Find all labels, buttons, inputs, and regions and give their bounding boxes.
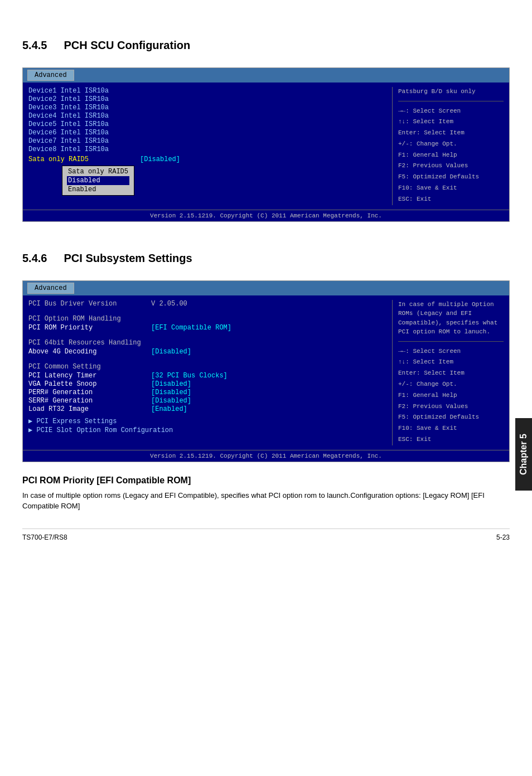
bios-body-pch: Device1 Intel ISR10a Device2 Intel ISR10… <box>23 83 509 210</box>
vga-palette-label: VGA Palette Snoop <box>28 380 140 388</box>
vga-palette-row[interactable]: VGA Palette Snoop [Disabled] <box>28 380 386 388</box>
right-divider-pci <box>398 341 504 342</box>
popup-item-disabled[interactable]: Disabled <box>67 176 129 185</box>
serr-row[interactable]: SERR# Generation [Disabled] <box>28 397 386 405</box>
perr-label: PERR# Generation <box>28 389 140 396</box>
bios-popup[interactable]: Sata only RAID5 Disabled Enabled <box>62 166 134 196</box>
right-divider-pch <box>398 101 504 101</box>
pci-rom-priority-row[interactable]: PCI ROM Priority [EFI Compatible ROM] <box>28 324 386 332</box>
bios-box-pch: Advanced Device1 Intel ISR10a Device2 In… <box>22 67 510 222</box>
pci-option-rom-heading: PCI Option ROM Handling <box>28 315 386 323</box>
load-rt32-value: [Enabled] <box>151 405 187 413</box>
bios-footer-pci: Version 2.15.1219. Copyright (C) 2011 Am… <box>23 450 509 462</box>
pci-key-select-item-ud: ↑↓: Select Item <box>398 357 504 368</box>
device4[interactable]: Device4 Intel ISR10a <box>28 112 386 120</box>
perr-value: [Disabled] <box>151 389 191 396</box>
section-546-heading: PCI Subsystem Settings <box>64 252 192 265</box>
pci-bus-driver-label: PCI Bus Driver Version <box>28 300 140 308</box>
bios-body-pci: PCI Bus Driver Version V 2.05.00 PCI Opt… <box>23 295 509 450</box>
pci-key-enter: Enter: Select Item <box>398 368 504 379</box>
serr-label: SERR# Generation <box>28 397 140 405</box>
key-f2: F2: Previous Values <box>398 161 504 172</box>
pci-key-f5: F5: Optimized Defaults <box>398 412 504 423</box>
above-4g-value: [Disabled] <box>151 348 191 356</box>
vga-palette-value: [Disabled] <box>151 380 191 388</box>
page-footer: TS700-E7/RS8 5-23 <box>22 528 510 541</box>
bios-right-pch: Patsburg B/D sku only →←: Select Screen … <box>392 87 504 205</box>
above-4g-label: Above 4G Decoding <box>28 348 140 356</box>
bios-header-pci: Advanced <box>23 281 509 295</box>
above-4g-row[interactable]: Above 4G Decoding [Disabled] <box>28 348 386 356</box>
pch-keys: →←: Select Screen ↑↓: Select Item Enter:… <box>398 106 504 205</box>
page-content: 5.4.5 PCH SCU Configuration Advanced Dev… <box>22 22 510 541</box>
chapter-tab-label: Chapter 5 <box>519 434 529 475</box>
pci-right-desc: In case of multiple Option ROMs (Legacy … <box>398 300 504 337</box>
bios-left-pci: PCI Bus Driver Version V 2.05.00 PCI Opt… <box>28 300 392 445</box>
pci-express-label: ▶ PCI Express Settings <box>28 417 140 425</box>
pci-key-f2: F2: Previous Values <box>398 401 504 413</box>
pci-key-esc: ESC: Exit <box>398 434 504 445</box>
bios-tab-pch[interactable]: Advanced <box>27 70 74 81</box>
device8[interactable]: Device8 Intel ISR10a <box>28 146 386 153</box>
pci-latency-label: PCI Latency Timer <box>28 372 140 380</box>
device6[interactable]: Device6 Intel ISR10a <box>28 129 386 137</box>
pci-latency-value: [32 PCI Bus Clocks] <box>151 372 228 380</box>
footer-left: TS700-E7/RS8 <box>22 534 67 541</box>
device5[interactable]: Device5 Intel ISR10a <box>28 120 386 128</box>
device1[interactable]: Device1 Intel ISR10a <box>28 87 386 95</box>
bios-header-pch: Advanced <box>23 68 509 83</box>
device7[interactable]: Device7 Intel ISR10a <box>28 137 386 145</box>
pci-key-select-screen: →←: Select Screen <box>398 346 504 357</box>
device2[interactable]: Device2 Intel ISR10a <box>28 95 386 103</box>
serr-value: [Disabled] <box>151 397 191 405</box>
key-f5: F5: Optimized Defaults <box>398 172 504 183</box>
pci-keys: →←: Select Screen ↑↓: Select Item Enter:… <box>398 346 504 445</box>
pcie-slot-option-row[interactable]: ▶ PCIE Slot Option Rom Configuration <box>28 426 386 434</box>
key-f10: F10: Save & Exit <box>398 183 504 194</box>
bios-left-pch: Device1 Intel ISR10a Device2 Intel ISR10… <box>28 87 392 205</box>
popup-item-enabled[interactable]: Enabled <box>67 185 129 194</box>
sata-label[interactable]: Sata only RAID5 <box>28 156 129 163</box>
pci-bus-driver-row: PCI Bus Driver Version V 2.05.00 <box>28 300 386 308</box>
pci-express-settings-row[interactable]: ▶ PCI Express Settings <box>28 417 386 425</box>
key-select-item-ud: ↑↓: Select Item <box>398 117 504 128</box>
pci-bus-driver-value: V 2.05.00 <box>151 300 187 308</box>
load-rt32-label: Load RT32 Image <box>28 405 140 413</box>
device3[interactable]: Device3 Intel ISR10a <box>28 104 386 111</box>
pci-rom-subsection-heading: PCI ROM Priority [EFI Compatible ROM] <box>22 476 510 486</box>
pci-key-change-opt: +/-: Change Opt. <box>398 379 504 390</box>
key-change-opt: +/-: Change Opt. <box>398 139 504 150</box>
pcie-slot-label: ▶ PCIE Slot Option Rom Configuration <box>28 426 173 434</box>
pci-64bit-heading: PCI 64bit Resources Handling <box>28 339 386 347</box>
pch-right-desc: Patsburg B/D sku only <box>398 87 504 96</box>
section-545-title-row: 5.4.5 PCH SCU Configuration <box>22 22 510 60</box>
key-select-screen: →←: Select Screen <box>398 106 504 117</box>
section-545-heading: PCH SCU Configuration <box>64 39 190 52</box>
bios-footer-pch: Version 2.15.1219. Copyright (C) 2011 Am… <box>23 210 509 221</box>
pci-rom-body-text: In case of multiple option roms (Legacy … <box>22 490 510 512</box>
perr-row[interactable]: PERR# Generation [Disabled] <box>28 389 386 396</box>
key-enter: Enter: Select Item <box>398 128 504 139</box>
load-rt32-row[interactable]: Load RT32 Image [Enabled] <box>28 405 386 413</box>
pci-rom-priority-value: [EFI Compatible ROM] <box>151 324 231 332</box>
bios-right-pci: In case of multiple Option ROMs (Legacy … <box>392 300 504 445</box>
section-546-title-row: 5.4.6 PCI Subsystem Settings <box>22 235 510 273</box>
section-545-num: 5.4.5 <box>22 39 47 52</box>
key-esc: ESC: Exit <box>398 194 504 205</box>
pci-key-f10: F10: Save & Exit <box>398 423 504 434</box>
bios-box-pci: Advanced PCI Bus Driver Version V 2.05.0… <box>22 280 510 462</box>
sata-value[interactable]: [Disabled] <box>140 156 180 163</box>
pci-latency-row[interactable]: PCI Latency Timer [32 PCI Bus Clocks] <box>28 372 386 380</box>
pci-key-f1: F1: General Help <box>398 390 504 401</box>
pci-common-heading: PCI Common Setting <box>28 363 386 371</box>
section-546-num: 5.4.6 <box>22 252 47 265</box>
footer-right: 5-23 <box>496 534 510 541</box>
chapter-tab: Chapter 5 <box>515 418 532 491</box>
popup-title: Sata only RAID5 <box>67 167 129 176</box>
sata-row: Sata only RAID5 [Disabled] <box>28 156 386 163</box>
bios-tab-pci[interactable]: Advanced <box>27 283 74 294</box>
key-f1: F1: General Help <box>398 150 504 161</box>
pci-rom-priority-label: PCI ROM Priority <box>28 324 140 332</box>
